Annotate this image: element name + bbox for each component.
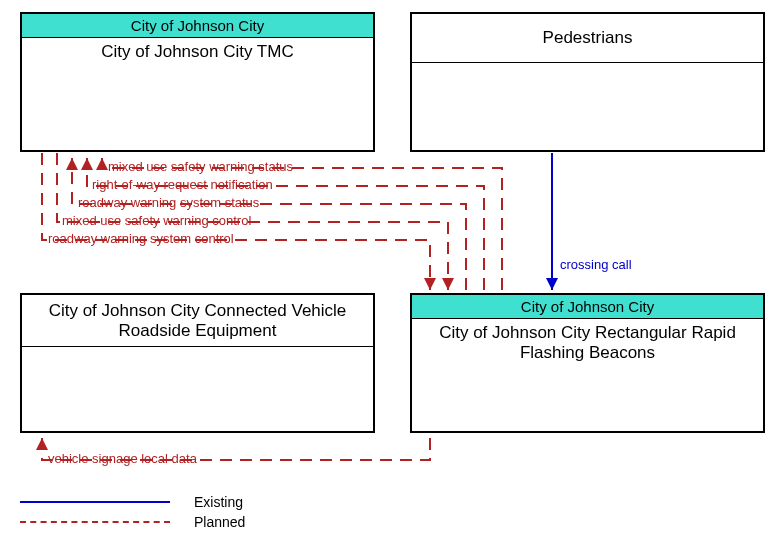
node-rrfb[interactable]: City of Johnson City City of Johnson Cit…: [410, 293, 765, 433]
label-vehicle-signage: vehicle signage local data: [48, 451, 197, 466]
node-cv-rse[interactable]: City of Johnson City Connected Vehicle R…: [20, 293, 375, 433]
label-mixed-use-control: mixed use safety warning control: [62, 213, 251, 228]
node-pedestrians[interactable]: Pedestrians: [410, 12, 765, 152]
node-cv-rse-title: City of Johnson City Connected Vehicle R…: [22, 295, 373, 347]
node-tmc-title: City of Johnson City TMC: [22, 38, 373, 66]
label-mixed-use-status: mixed use safety warning status: [108, 159, 293, 174]
legend-existing-row: Existing: [20, 494, 245, 510]
label-roadway-control: roadway warning system control: [48, 231, 234, 246]
node-tmc-header: City of Johnson City: [22, 14, 373, 38]
legend-existing-line: [20, 501, 170, 503]
legend-planned-line: [20, 521, 170, 523]
node-pedestrians-title: Pedestrians: [412, 14, 763, 63]
node-rrfb-header: City of Johnson City: [412, 295, 763, 319]
node-tmc[interactable]: City of Johnson City City of Johnson Cit…: [20, 12, 375, 152]
legend: Existing Planned: [20, 490, 245, 530]
legend-existing-label: Existing: [194, 494, 243, 510]
node-rrfb-title: City of Johnson City Rectangular Rapid F…: [412, 319, 763, 368]
label-crossing-call: crossing call: [560, 257, 632, 272]
label-row-request: right-of-way request notification: [92, 177, 273, 192]
legend-planned-row: Planned: [20, 514, 245, 530]
label-roadway-status: roadway warning system status: [78, 195, 259, 210]
legend-planned-label: Planned: [194, 514, 245, 530]
